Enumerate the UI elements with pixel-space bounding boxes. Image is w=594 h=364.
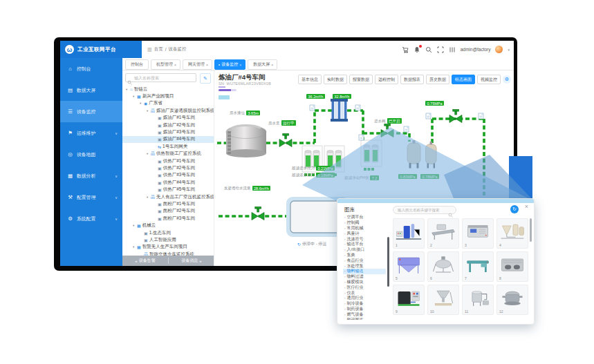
close-tab-icon[interactable]: × [271, 63, 273, 67]
tree-node[interactable]: ▣面粉厂#2号车间 [122, 208, 214, 215]
palette-item-work-table[interactable]: 7 [462, 251, 494, 282]
filter-units[interactable] [302, 140, 382, 176]
sidebar-item[interactable]: ⚙系统配置∨ [60, 208, 122, 229]
dialog-title: 图库 [344, 207, 355, 213]
palette-item-hopper-cabinet[interactable]: 5 [393, 251, 425, 282]
palette-item-vibrating-sieve[interactable]: 12 [496, 285, 528, 315]
tree-search-input[interactable] [125, 73, 196, 82]
palette-item-cyclone-tanks[interactable]: 4 [496, 218, 528, 249]
palette-item-twin-tank-unit[interactable]: 1 [393, 218, 425, 249]
tree-node[interactable]: ⇆1号车间网关 [122, 143, 214, 150]
tree-node[interactable]: ▾▦机械云 [122, 222, 214, 229]
nav-tab[interactable]: 控制台 [125, 59, 149, 70]
tree-node[interactable]: ▣面粉厂#3号车间 [122, 215, 214, 222]
nav-tab[interactable]: 机型管理× [151, 59, 180, 70]
sidebar-item[interactable]: ⌂控制台 [60, 58, 122, 79]
sidebar-item[interactable]: ◎设备地图 [60, 144, 122, 165]
view-tab-button[interactable]: 远程控制 [375, 75, 398, 84]
nav-tab[interactable]: 数据大屏× [248, 59, 277, 70]
sidebar-item-label: 系统配置 [77, 215, 95, 222]
tree-node[interactable]: ▣供热厂#3号车间 [122, 172, 214, 179]
fullscreen-icon[interactable] [437, 46, 444, 53]
tree-node[interactable]: 品智能立体仓库监控系统 [122, 251, 214, 256]
sidebar-item[interactable]: ⚒配置管理∨ [60, 186, 122, 208]
sidebar-item[interactable]: ⚑运维维护∨ [60, 122, 122, 144]
tree-node[interactable]: ▾⌂智链云 [122, 86, 214, 93]
layout-columns-icon[interactable] [449, 46, 456, 53]
tree-node[interactable]: ▾▦智慧无人生产车间项目 [122, 244, 214, 251]
gear-icon[interactable]: ⚙ [503, 75, 511, 84]
category-bullet-icon: ▫ [344, 302, 346, 305]
stage: ω 工业互联网平台 ▥ 首页 / 设备监控 admin@factory ▾ 控制… [0, 0, 594, 364]
view-tab-button[interactable]: 组态画面 [452, 75, 475, 84]
palette-item-chiller-unit[interactable]: 9 [393, 285, 425, 315]
palette-category[interactable]: ▫预设图库 [343, 317, 386, 320]
view-tab-button[interactable]: 视频监控 [477, 75, 501, 84]
view-tab-button[interactable]: 实时数据 [324, 75, 347, 84]
tree-node[interactable]: ▾▦新兴产业园项目 [122, 93, 214, 99]
tree-node[interactable]: ▣面粉厂#1号车间 [122, 200, 214, 207]
air-compression-tanks[interactable] [407, 140, 436, 169]
user-name[interactable]: admin@factory [461, 47, 491, 52]
nav-tab[interactable]: 网关管理× [183, 59, 212, 70]
notifications-bell-icon[interactable] [414, 46, 420, 53]
device-message-button[interactable]: 设备消息» [168, 258, 214, 264]
breadcrumb-home[interactable]: 首页 [154, 46, 163, 52]
tree-node[interactable]: ▣人工智能应用 [122, 236, 214, 243]
tree-node[interactable]: ▣炼油厂#2号车间 [122, 122, 214, 128]
tree-node[interactable]: ▾◉广东省 [122, 100, 214, 107]
palette-item-mixing-tank[interactable]: 11 [462, 285, 494, 315]
tree-node[interactable]: ▣1.生态车间 [122, 229, 214, 236]
view-tab-button[interactable]: 基本信息 [298, 75, 322, 84]
edit-icon[interactable]: ✎ [200, 73, 211, 84]
close-icon[interactable]: × [525, 204, 528, 210]
sidebar-item[interactable]: ☰设备监控 [60, 101, 122, 122]
view-tab-button[interactable]: 报警数据 [349, 75, 373, 84]
app-title: 工业互联网平台 [77, 46, 116, 53]
avatar[interactable] [495, 46, 503, 53]
signal-indicator [219, 86, 236, 91]
sidebar-item[interactable]: ▦数据分析∨ [60, 165, 122, 186]
tree-node[interactable]: ▣供热厂#4号车间 [122, 179, 214, 186]
device-alarm-button[interactable]: «设备告警 [122, 258, 168, 264]
tree-node[interactable]: ▾品供热智能工厂监控系统 [122, 151, 214, 157]
tree-node[interactable]: ▾品炼油厂反渗透膜脱盐控制系统 [122, 107, 214, 114]
close-tab-icon[interactable]: × [239, 63, 241, 67]
view-tab-button[interactable]: 数据报表 [400, 75, 424, 84]
view-tab-button[interactable]: 历史数据 [426, 75, 449, 84]
tree-node[interactable]: ▣供热厂#1号车间 [122, 157, 214, 164]
tree-node[interactable]: ▣供热厂#5号车间 [122, 186, 214, 193]
raw-water-tank[interactable] [226, 125, 266, 157]
grid-scrollbar[interactable] [530, 218, 532, 242]
search-icon[interactable] [425, 46, 432, 53]
tree-node[interactable]: ▣炼油厂#1号车间 [122, 115, 214, 122]
tree-node[interactable]: ▣供热厂#2号车间 [122, 164, 214, 171]
category-bullet-icon: ▫ [344, 238, 346, 241]
refresh-icon[interactable]: ↻ [297, 242, 301, 247]
palette-item-conveyor[interactable]: 2 [427, 218, 459, 249]
palette-item-funnel-hopper[interactable]: 10 [427, 285, 459, 315]
category-bullet-icon: ▫ [344, 269, 346, 273]
tree-node[interactable]: ▣炼油厂#4号车间 [122, 136, 214, 143]
palette-item-kettle-mixer[interactable]: 6 [427, 251, 459, 282]
sidebar-item[interactable]: ▤数据大屏 [60, 79, 122, 101]
palette-item-condenser-unit[interactable]: 8 [496, 251, 528, 282]
close-tab-icon[interactable]: × [206, 63, 208, 67]
tree-node-label: 无人食品工厂空压机监控系统 [156, 194, 214, 200]
palette-item-cabinet-machine[interactable]: 3 [462, 218, 494, 249]
nav-tab[interactable]: ●设备监控× [214, 59, 245, 70]
cart-icon[interactable] [402, 46, 409, 53]
sensor-tag: 超滤净化PH值7.2 [344, 175, 379, 180]
upload-icon[interactable]: ↻ [510, 205, 519, 213]
sidebar-item-icon: ⚑ [67, 130, 73, 136]
heat-exchanger[interactable] [331, 99, 348, 122]
tree-node[interactable]: ▣炼油厂#3号车间 [122, 128, 214, 135]
close-tab-icon[interactable]: × [174, 63, 176, 67]
dialog-header[interactable] [337, 199, 534, 203]
category-scrollbar[interactable] [387, 237, 389, 287]
palette-search-input[interactable] [393, 206, 456, 214]
user-menu-caret-icon[interactable]: ▾ [508, 48, 510, 52]
tree-node[interactable]: ▾品无人食品工厂空压机监控系统 [122, 193, 214, 200]
menu-icon[interactable]: ▥ [147, 47, 152, 52]
symbol-library-dialog: × 图库 ▫空调平台▫控制阀▫常用机械▫风量计▫洗涤符号▫输送平台▫入/出接口▫… [337, 198, 535, 325]
